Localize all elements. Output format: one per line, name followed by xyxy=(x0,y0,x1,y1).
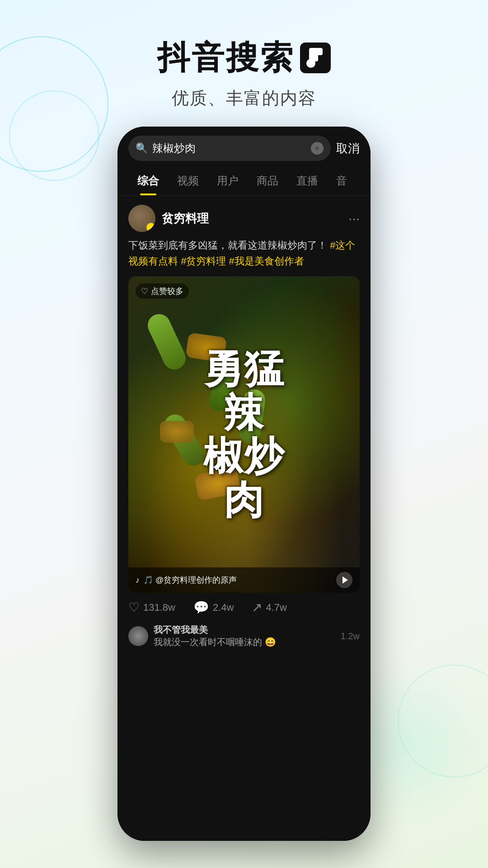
likes-badge: ♡ 点赞较多 xyxy=(136,283,189,299)
likes-badge-text: 点赞较多 xyxy=(151,286,183,297)
comment-text: 我就没一次看时不咽唾沫的 😄 xyxy=(154,636,335,648)
search-query-text: 辣椒炒肉 xyxy=(152,141,306,156)
search-results-content: ✓ 贫穷料理 ··· 下饭菜到底有多凶猛，就看这道辣椒炒肉了！ #这个视频有点料… xyxy=(117,196,371,841)
search-clear-button[interactable]: × xyxy=(311,142,324,155)
search-icon: 🔍 xyxy=(136,142,148,154)
avatar[interactable]: ✓ xyxy=(128,205,155,232)
play-triangle-icon xyxy=(343,576,348,584)
tiktok-logo-icon xyxy=(300,42,331,73)
tab-综合[interactable]: 综合 xyxy=(128,166,168,195)
comment-like-count: 1.2w xyxy=(341,631,360,642)
tab-label-用户: 用户 xyxy=(217,175,239,187)
audio-bar: ♪ 🎵 @贫穷料理创作的原声 xyxy=(128,567,360,593)
video-thumbnail[interactable]: 勇猛 辣 椒炒 肉 ♡ 点赞较多 ♪ xyxy=(128,276,360,593)
audio-info: ♪ 🎵 @贫穷料理创作的原声 xyxy=(136,575,237,585)
like-count: 131.8w xyxy=(143,602,175,613)
tab-音[interactable]: 音 xyxy=(327,166,356,195)
tab-label-综合: 综合 xyxy=(137,175,159,187)
comment-content: 我不管我最美 我就没一次看时不咽唾沫的 😄 xyxy=(154,624,335,648)
post-desc-text: 下饭菜到底有多凶猛，就看这道辣椒炒肉了！ xyxy=(128,240,327,251)
more-options-icon[interactable]: ··· xyxy=(348,211,360,226)
app-title: 抖音搜索 xyxy=(157,36,295,80)
search-input-wrap[interactable]: 🔍 辣椒炒肉 × xyxy=(128,136,331,161)
video-big-text: 勇猛 辣 椒炒 肉 xyxy=(203,347,285,522)
share-icon: ↗ xyxy=(252,600,262,615)
video-text-line-3: 椒炒 xyxy=(203,434,285,478)
phone-frame: 🔍 辣椒炒肉 × 取消 综合 视频 用户 xyxy=(117,127,371,841)
audio-text: 🎵 @贫穷料理创作的原声 xyxy=(143,575,237,585)
share-button[interactable]: ↗ 4.7w xyxy=(252,600,286,615)
video-text-line-1: 勇猛 xyxy=(203,347,285,391)
commenter-name[interactable]: 我不管我最美 xyxy=(154,624,335,636)
heart-icon: ♡ xyxy=(141,286,148,296)
tab-label-直播: 直播 xyxy=(296,175,318,187)
title-row: 抖音搜索 xyxy=(0,36,488,80)
comment-section: 我不管我最美 我就没一次看时不咽唾沫的 😄 1.2w xyxy=(117,622,371,648)
phone-container: 🔍 辣椒炒肉 × 取消 综合 视频 用户 xyxy=(117,127,371,841)
post-username[interactable]: 贫穷料理 xyxy=(162,211,342,226)
post-header: ✓ 贫穷料理 ··· xyxy=(117,196,371,237)
tab-直播[interactable]: 直播 xyxy=(287,166,327,195)
hashtag-3[interactable]: #我是美食创作者 xyxy=(229,255,304,267)
verified-badge: ✓ xyxy=(146,223,155,232)
tab-视频[interactable]: 视频 xyxy=(168,166,208,195)
svg-rect-1 xyxy=(316,48,323,55)
comment-button[interactable]: 💬 2.4w xyxy=(193,600,234,615)
comment-count: 2.4w xyxy=(213,602,234,613)
share-count: 4.7w xyxy=(266,602,286,613)
svg-point-2 xyxy=(306,59,315,68)
tab-用户[interactable]: 用户 xyxy=(208,166,248,195)
tab-label-商品: 商品 xyxy=(257,175,278,187)
tab-商品[interactable]: 商品 xyxy=(248,166,287,195)
phone-inner: 🔍 辣椒炒肉 × 取消 综合 视频 用户 xyxy=(117,127,371,841)
heart-icon: ♡ xyxy=(128,600,140,615)
like-button[interactable]: ♡ 131.8w xyxy=(128,600,175,615)
comment-icon: 💬 xyxy=(193,600,209,615)
app-subtitle: 优质、丰富的内容 xyxy=(0,87,488,110)
tiktok-audio-icon: ♪ xyxy=(136,576,140,585)
hashtag-2[interactable]: #贫穷料理 xyxy=(181,255,226,267)
video-text-line-4: 肉 xyxy=(203,478,285,522)
engagement-row: ♡ 131.8w 💬 2.4w ↗ 4.7w xyxy=(117,593,371,622)
video-text-line-2: 辣 xyxy=(203,391,285,435)
search-cancel-button[interactable]: 取消 xyxy=(336,141,360,156)
tab-label-音: 音 xyxy=(336,175,347,187)
tabs-bar: 综合 视频 用户 商品 直播 音 xyxy=(117,166,371,196)
play-button[interactable] xyxy=(336,572,352,588)
comment-row: 我不管我最美 我就没一次看时不咽唾沫的 😄 1.2w xyxy=(128,624,360,648)
video-text-overlay: 勇猛 辣 椒炒 肉 xyxy=(128,276,360,593)
clear-icon: × xyxy=(315,144,320,153)
header-section: 抖音搜索 优质、丰富的内容 xyxy=(0,0,488,128)
search-bar: 🔍 辣椒炒肉 × 取消 xyxy=(117,127,371,166)
post-description: 下饭菜到底有多凶猛，就看这道辣椒炒肉了！ #这个视频有点料 #贫穷料理 #我是美… xyxy=(117,237,371,276)
commenter-avatar xyxy=(128,626,148,646)
tab-label-视频: 视频 xyxy=(177,175,199,187)
tiktok-note-svg xyxy=(306,48,324,68)
